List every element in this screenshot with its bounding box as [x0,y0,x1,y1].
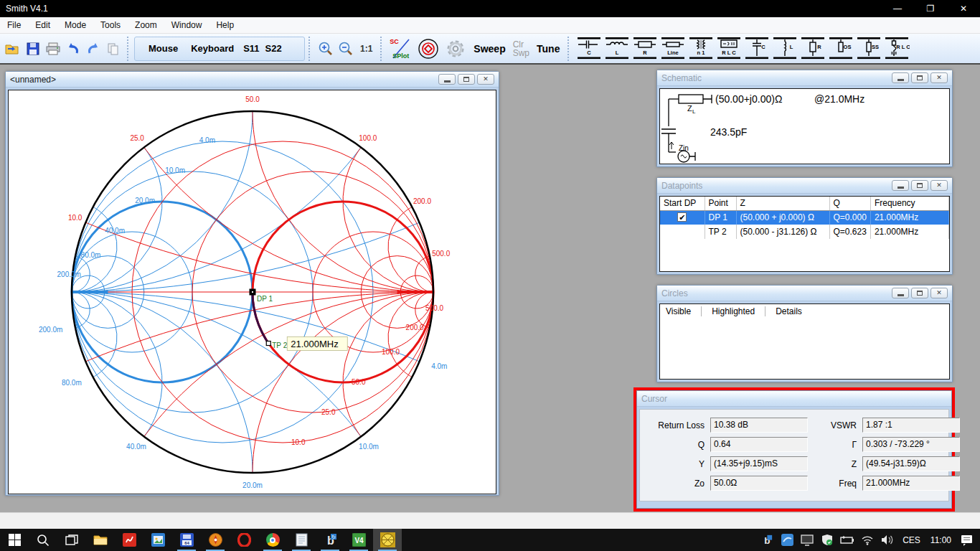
start-dp-checkbox[interactable]: ✔ [677,212,687,222]
undo-button[interactable] [63,38,83,60]
tray-battery-button[interactable] [838,529,857,551]
series-r-button[interactable]: .k{stroke:#000;stroke-width:1.4;fill:non… [631,35,659,62]
col-q[interactable]: Q [829,197,870,210]
open-button[interactable] [3,38,23,60]
schematic-maximize-button[interactable] [911,72,928,83]
col-frequency[interactable]: Frequency [870,197,948,210]
menu-edit[interactable]: Edit [28,18,57,32]
total-commander-button[interactable]: 64 [172,529,201,551]
col-point[interactable]: Point [705,197,736,210]
open-stub-button[interactable]: .k{stroke:#000;stroke-width:1.4;fill:non… [826,35,854,62]
compass-app-button[interactable] [201,529,230,551]
copy-button[interactable] [103,38,123,60]
chrome-button[interactable] [258,529,287,551]
zoom-in-button[interactable] [316,38,336,60]
series-line-button[interactable]: .k{stroke:#000;stroke-width:1.4;fill:non… [659,35,687,62]
chart-maximize-button[interactable] [458,74,475,85]
datapoints-minimize-button[interactable] [892,180,909,191]
freq-field[interactable]: 21.000MHz [862,476,960,491]
col-visible[interactable]: Visible [666,306,702,316]
col-highlighted[interactable]: Highlighted [712,306,765,316]
mouse-mode-button[interactable]: Mouse [142,43,184,54]
notification-center-button[interactable] [957,529,976,551]
start-dp-empty[interactable] [660,225,705,239]
datapoint-row-dp1[interactable]: ✔ DP 1 (50.000 + j0.000) Ω Q=0.000 21.00… [660,210,949,225]
series-c-button[interactable]: .k{stroke:#000;stroke-width:1.4;fill:non… [575,35,603,62]
s22-button[interactable]: S22 [263,43,285,54]
file-explorer-button[interactable] [86,529,115,551]
datapoints-maximize-button[interactable] [911,180,928,191]
restore-button[interactable]: ❐ [914,0,947,17]
keyboard-mode-button[interactable]: Keyboard [184,43,240,54]
sweep-button[interactable]: Sweep [469,43,509,55]
zoom-out-button[interactable] [336,38,356,60]
col-details[interactable]: Details [776,306,812,316]
z-field[interactable]: (49.54-j31.59)Ω [862,456,960,471]
circles-minimize-button[interactable] [892,288,909,298]
menu-window[interactable]: Window [164,18,209,32]
start-button[interactable] [0,529,29,551]
cursor-titlebar[interactable]: Cursor [637,391,951,407]
tray-b-app-button[interactable]: b [758,529,776,551]
print-button[interactable] [43,38,63,60]
datapoint-row-tp2[interactable]: TP 2 (50.000 - j31.126) Ω Q=0.623 21.000… [660,225,949,239]
y-field[interactable]: (14.35+j9.15)mS [710,456,808,471]
tray-blue-app-button[interactable] [778,529,796,551]
red-app-button[interactable] [115,529,143,551]
save-button[interactable] [23,38,43,60]
b-app-button[interactable]: b ↻ [316,529,344,551]
col-start-dp[interactable]: Start DP [660,197,705,210]
menu-file[interactable]: File [0,18,28,32]
gamma-field[interactable]: 0.303 / -73.229 ° [862,437,960,452]
menu-help[interactable]: Help [209,18,241,32]
chart-close-button[interactable]: ✕ [477,74,494,85]
schematic-titlebar[interactable]: Schematic ✕ [657,70,952,86]
tray-clock[interactable]: 11:00 [926,535,956,545]
rlc-box-button[interactable]: .k{stroke:#000;stroke-width:1.4;fill:non… [715,35,743,62]
vswr-field[interactable]: 1.87 :1 [862,418,960,433]
circles-maximize-button[interactable] [911,288,928,298]
settings-button[interactable] [442,38,469,60]
shunt-rlc-button[interactable]: .k{stroke:#000;stroke-width:1.4;fill:non… [882,35,910,62]
tray-network-button[interactable] [858,529,877,551]
datapoints-titlebar[interactable]: Datapoints ✕ [657,178,952,194]
short-stub-button[interactable]: .k{stroke:#000;stroke-width:1.4;fill:non… [854,35,882,62]
q-field[interactable]: 0.64 [710,437,808,452]
task-view-button[interactable] [57,529,86,551]
target-button[interactable] [415,38,442,60]
menu-tools[interactable]: Tools [93,18,128,32]
menu-mode[interactable]: Mode [57,18,93,32]
zoom-one-to-one-button[interactable]: 1:1 [356,44,377,54]
col-z[interactable]: Z [736,197,829,210]
tray-security-button[interactable] [818,529,837,551]
photos-app-button[interactable] [143,529,172,551]
opera-button[interactable] [230,529,258,551]
tray-volume-button[interactable] [878,529,897,551]
chart-minimize-button[interactable] [438,74,456,85]
notepad-button[interactable] [287,529,316,551]
tune-button[interactable]: Tune [532,43,564,55]
v4-app-button[interactable]: V4 [344,529,373,551]
datapoints-close-button[interactable]: ✕ [930,180,948,191]
menu-zoom[interactable]: Zoom [128,18,164,32]
circles-close-button[interactable]: ✕ [930,288,948,298]
transformer-button[interactable]: .k{stroke:#000;stroke-width:1.4;fill:non… [687,35,715,62]
tray-display-button[interactable] [798,529,816,551]
return-loss-field[interactable]: 10.38 dB [710,418,808,433]
clear-sweep-button[interactable]: Clr Swp [510,40,532,57]
sc-splot-toggle-button[interactable]: SC SPlot [387,38,415,60]
tray-language-button[interactable]: CES [898,535,925,545]
shunt-r-button[interactable]: .k{stroke:#000;stroke-width:1.4;fill:non… [798,35,826,62]
smith-app-button[interactable] [373,529,402,551]
series-l-button[interactable]: .k{stroke:#000;stroke-width:1.4;fill:non… [603,35,631,62]
schematic-close-button[interactable]: ✕ [930,72,948,83]
circles-titlebar[interactable]: Circles ✕ [657,286,952,301]
close-button[interactable]: ✕ [947,0,980,17]
minimize-button[interactable]: — [881,0,914,17]
s11-button[interactable]: S11 [240,43,262,54]
chart-window-titlebar[interactable]: <unnamed> ✕ [6,72,499,88]
shunt-c-button[interactable]: .k{stroke:#000;stroke-width:1.4;fill:non… [743,35,771,62]
zo-field[interactable]: 50.0Ω [710,476,808,491]
redo-button[interactable] [83,38,103,60]
shunt-l-button[interactable]: .k{stroke:#000;stroke-width:1.4;fill:non… [771,35,798,62]
